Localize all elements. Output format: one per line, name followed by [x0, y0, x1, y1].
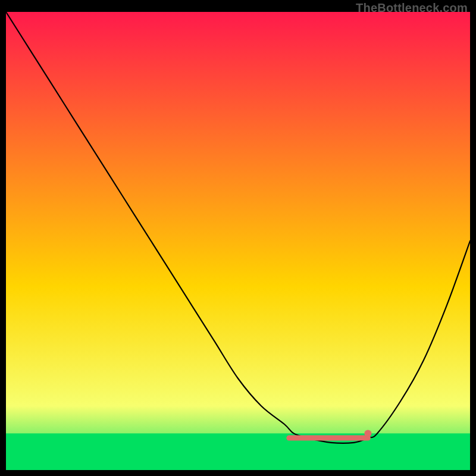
- chart-frame: [6, 12, 470, 470]
- bottleneck-chart: [6, 12, 470, 470]
- optimal-end-dot: [364, 430, 371, 437]
- green-band: [6, 433, 470, 470]
